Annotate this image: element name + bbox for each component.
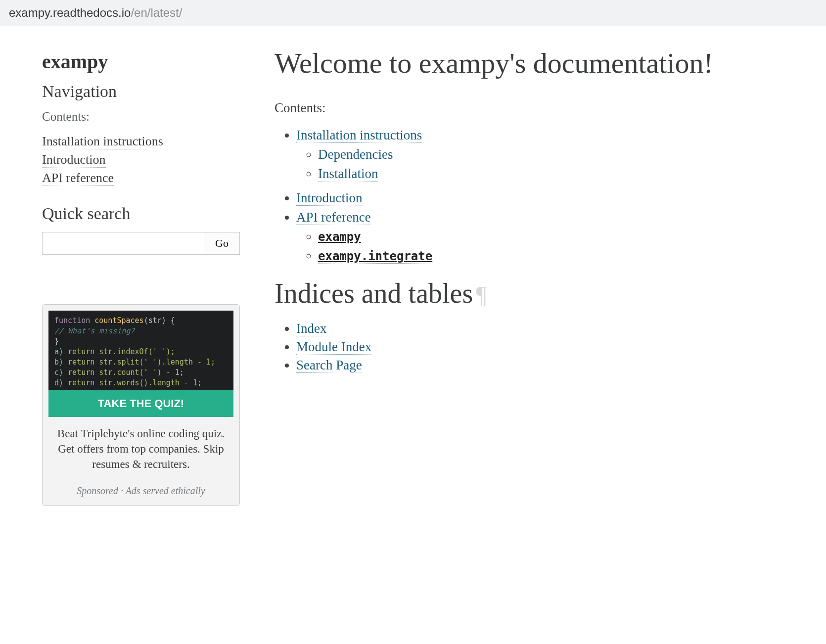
ad-box[interactable]: function countSpaces(str) { // What's mi…: [42, 304, 240, 506]
quick-search-heading: Quick search: [42, 204, 240, 223]
toc-list: Installation instructions Dependencies I…: [275, 128, 796, 264]
url-host: exampy.readthedocs.io: [9, 6, 131, 19]
indices-heading: Indices and tables¶: [275, 277, 796, 309]
toc-link-dependencies[interactable]: Dependencies: [318, 147, 393, 162]
ad-code-snippet: function countSpaces(str) { // What's mi…: [48, 311, 233, 390]
site-title-link[interactable]: exampy: [42, 50, 108, 73]
toc-item: Installation instructions Dependencies I…: [296, 128, 796, 182]
toc-link-exampy-integrate[interactable]: exampy.integrate: [318, 249, 432, 264]
headerlink-icon[interactable]: ¶: [473, 281, 487, 308]
list-item: Module Index: [296, 339, 796, 355]
toc-item: API reference exampy exampy.integrate: [296, 210, 796, 264]
ad-text: Beat Triplebyte's online coding quiz. Ge…: [48, 426, 233, 479]
main-content: Welcome to exampy's documentation! Conte…: [255, 46, 796, 506]
url-path: /en/latest/: [131, 6, 182, 19]
toc-item: exampy: [318, 229, 796, 244]
index-link[interactable]: Index: [296, 321, 326, 336]
toc-link-install[interactable]: Installation: [318, 166, 378, 182]
page-title: Welcome to exampy's documentation!: [275, 46, 796, 81]
nav-list: Installation instructions Introduction A…: [42, 133, 240, 187]
sidebar: exampy Navigation Contents: Installation…: [42, 46, 255, 506]
list-item: Search Page: [296, 358, 796, 373]
sidebar-item-introduction[interactable]: Introduction: [42, 152, 106, 168]
contents-label: Contents:: [42, 110, 240, 124]
toc-link-introduction[interactable]: Introduction: [296, 190, 362, 206]
toc-item: Installation: [318, 166, 796, 182]
url-bar[interactable]: exampy.readthedocs.io/en/latest/: [0, 0, 826, 26]
list-item: Index: [296, 321, 796, 336]
ad-footer: Sponsored · Ads served ethically: [48, 479, 233, 500]
search-page-link[interactable]: Search Page: [296, 358, 362, 373]
toc-link-exampy[interactable]: exampy: [318, 230, 361, 244]
toc-link-api[interactable]: API reference: [296, 210, 371, 225]
search-go-button[interactable]: Go: [204, 232, 240, 255]
sidebar-item-installation[interactable]: Installation instructions: [42, 134, 163, 149]
search-input[interactable]: [42, 232, 204, 255]
toc-link-installation[interactable]: Installation instructions: [296, 128, 422, 143]
site-title: exampy: [42, 50, 240, 73]
indices-list: Index Module Index Search Page: [275, 321, 796, 373]
search-form: Go: [42, 232, 240, 255]
toc-item: Introduction: [296, 190, 796, 206]
module-index-link[interactable]: Module Index: [296, 339, 371, 355]
sidebar-item-api[interactable]: API reference: [42, 171, 114, 186]
toc-item: Dependencies: [318, 147, 796, 162]
nav-heading: Navigation: [42, 82, 240, 101]
main-contents-label: Contents:: [275, 100, 796, 116]
toc-item: exampy.integrate: [318, 248, 796, 264]
ad-cta-button[interactable]: TAKE THE QUIZ!: [48, 390, 233, 417]
